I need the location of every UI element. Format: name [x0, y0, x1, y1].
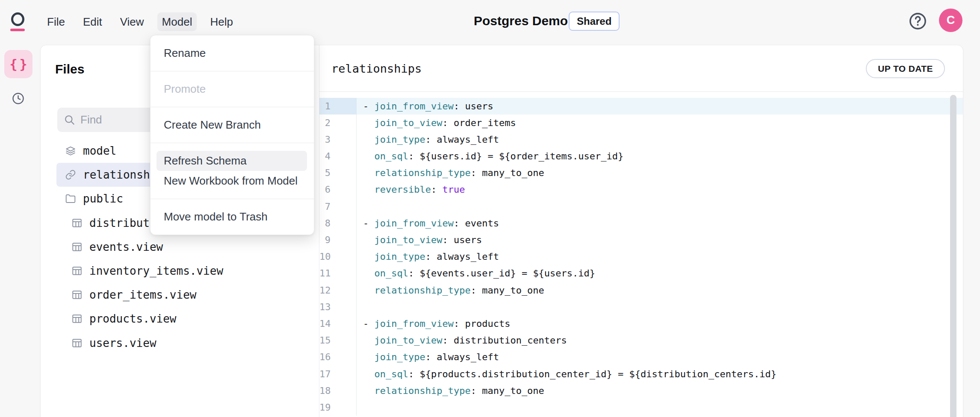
code-line-text: - join_from_view: users [357, 98, 963, 115]
code-line-13[interactable]: 13 [319, 299, 963, 315]
code-line-2[interactable]: 2 join_to_view: order_items [319, 115, 963, 131]
omni-logo-underline [10, 29, 25, 31]
code-line-1[interactable]: 1- join_from_view: users [319, 98, 963, 115]
line-number: 7 [319, 198, 357, 215]
folder-icon [65, 193, 76, 204]
line-number: 15 [319, 332, 357, 349]
code-line-18[interactable]: 18 relationship_type: many_to_one [319, 382, 963, 399]
table-icon [71, 313, 83, 324]
code-line-9[interactable]: 9 join_to_view: users [319, 232, 963, 248]
code-editor[interactable]: 1- join_from_view: users2 join_to_view: … [319, 93, 963, 417]
code-line-16[interactable]: 16 join_type: always_left [319, 349, 963, 365]
code-line-15[interactable]: 15 join_to_view: distribution_centers [319, 332, 963, 349]
code-line-5[interactable]: 5 relationship_type: many_to_one [319, 164, 963, 181]
line-number: 6 [319, 181, 357, 198]
menu-group: Move model to Trash [151, 199, 314, 235]
code-line-text: on_sql: ${events.user_id} = ${users.id} [357, 265, 963, 282]
file-item-label: inventory_items.view [89, 264, 223, 277]
line-number: 18 [319, 382, 357, 399]
menu-item-move-model-to-trash[interactable]: Move model to Trash [151, 207, 314, 227]
code-line-3[interactable]: 3 join_type: always_left [319, 131, 963, 148]
model-dropdown-menu: RenamePromoteCreate New BranchRefresh Sc… [150, 35, 314, 235]
file-item-label: events.view [89, 241, 163, 253]
document-title: Postgres Demo [474, 14, 568, 28]
menu-edit[interactable]: Edit [78, 12, 107, 31]
file-item-events-view[interactable]: events.view [56, 235, 303, 259]
history-clock-icon[interactable] [8, 88, 28, 108]
code-line-10[interactable]: 10 join_type: always_left [319, 248, 963, 265]
line-number: 11 [319, 265, 357, 282]
code-line-text [357, 399, 963, 416]
line-number: 16 [319, 349, 357, 365]
editor-scrollbar[interactable] [950, 95, 956, 417]
menu-item-create-new-branch[interactable]: Create New Branch [151, 115, 314, 135]
table-icon [71, 217, 83, 229]
shared-badge[interactable]: Shared [569, 12, 620, 31]
code-line-text: - join_from_view: products [357, 315, 963, 332]
code-line-text: - join_from_view: events [357, 215, 963, 232]
menu-file[interactable]: File [42, 12, 70, 31]
omni-logo[interactable] [10, 12, 25, 32]
code-line-17[interactable]: 17 on_sql: ${products.distribution_cente… [319, 366, 963, 382]
table-icon [71, 265, 83, 276]
file-item-label: users.view [89, 337, 156, 349]
menu-view[interactable]: View [115, 12, 149, 31]
line-number: 14 [319, 315, 357, 332]
code-line-12[interactable]: 12 relationship_type: many_to_one [319, 282, 963, 299]
line-number: 17 [319, 366, 357, 382]
menu-item-rename[interactable]: Rename [151, 43, 314, 63]
code-line-text: join_type: always_left [357, 248, 963, 265]
file-item-order-items-view[interactable]: order_items.view [56, 283, 303, 307]
line-number: 5 [319, 164, 357, 181]
app-menubar: FileEditViewModelHelp [42, 12, 238, 31]
code-line-7[interactable]: 7 [319, 198, 963, 215]
search-icon [64, 114, 75, 126]
files-panel-heading: Files [55, 62, 84, 76]
file-item-label: model [83, 144, 116, 157]
code-line-8[interactable]: 8- join_from_view: events [319, 215, 963, 232]
code-line-text: on_sql: ${products.distribution_center_i… [357, 366, 963, 382]
line-number: 10 [319, 248, 357, 265]
file-item-label: order_items.view [89, 288, 196, 301]
line-number: 3 [319, 131, 357, 148]
code-line-text: on_sql: ${users.id} = ${order_items.user… [357, 148, 963, 164]
code-line-14[interactable]: 14- join_from_view: products [319, 315, 963, 332]
file-item-label: public [83, 192, 123, 205]
code-line-text: join_to_view: users [357, 232, 963, 248]
line-number: 2 [319, 115, 357, 131]
menu-help[interactable]: Help [205, 12, 237, 31]
menu-item-new-workbook-from-model[interactable]: New Workbook from Model [151, 171, 314, 191]
file-item-products-view[interactable]: products.view [56, 307, 303, 331]
model-ide-braces-icon[interactable]: {} [4, 50, 32, 78]
line-number: 13 [319, 299, 357, 315]
file-item-users-view[interactable]: users.view [56, 331, 303, 355]
code-line-text: relationship_type: many_to_one [357, 164, 963, 181]
menu-group: Rename [151, 35, 314, 71]
line-number: 4 [319, 148, 357, 164]
table-icon [71, 338, 83, 349]
menu-item-refresh-schema[interactable]: Refresh Schema [156, 151, 307, 171]
code-line-text: reversible: true [357, 181, 963, 198]
file-item-label: products.view [89, 312, 177, 325]
code-line-text: relationship_type: many_to_one [357, 282, 963, 299]
user-avatar[interactable]: C [939, 9, 962, 32]
link-icon [65, 169, 76, 180]
layers-icon [65, 145, 76, 156]
code-line-text: join_to_view: distribution_centers [357, 332, 963, 349]
code-line-19[interactable]: 19 [319, 399, 963, 416]
code-line-6[interactable]: 6 reversible: true [319, 181, 963, 198]
code-line-text [357, 299, 963, 315]
menu-group: Refresh SchemaNew Workbook from Model [151, 143, 314, 199]
table-icon [71, 289, 83, 300]
code-line-11[interactable]: 11 on_sql: ${events.user_id} = ${users.i… [319, 265, 963, 282]
code-line-4[interactable]: 4 on_sql: ${users.id} = ${order_items.us… [319, 148, 963, 164]
line-number: 9 [319, 232, 357, 248]
up-to-date-button[interactable]: UP TO DATE [866, 59, 945, 78]
menu-group: Create New Branch [151, 107, 314, 143]
file-item-inventory-items-view[interactable]: inventory_items.view [56, 259, 303, 283]
menu-model[interactable]: Model [157, 12, 197, 31]
code-line-text: join_to_view: order_items [357, 115, 963, 131]
line-number: 19 [319, 399, 357, 416]
help-icon[interactable] [908, 12, 927, 31]
code-line-text [357, 198, 963, 215]
